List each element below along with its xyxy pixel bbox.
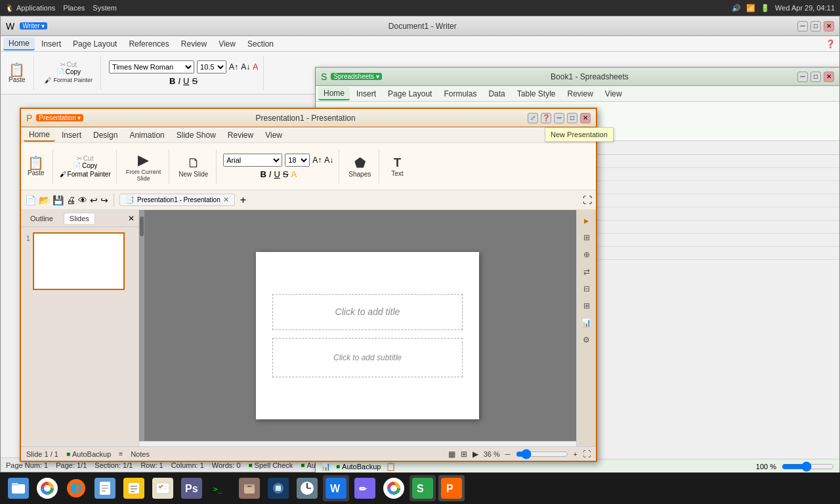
taskbar-firefox[interactable]	[63, 475, 89, 501]
slide-subtitle-box[interactable]: Click to add subtitle	[272, 338, 463, 377]
pres-bold-btn[interactable]: B	[260, 169, 266, 179]
ss-menu-review[interactable]: Review	[562, 88, 598, 100]
writer-paste-btn[interactable]: 📋 Paste	[6, 62, 28, 85]
slide-layout-icon[interactable]: ⊞	[579, 230, 595, 245]
underline-btn[interactable]: U	[183, 76, 189, 86]
applications-menu[interactable]: 🐧 Applications	[5, 4, 55, 12]
writer-menu-view[interactable]: View	[213, 38, 241, 50]
pres-shapes-btn[interactable]: ⬟ Shapes	[346, 154, 373, 179]
pres-italic-btn[interactable]: I	[269, 169, 272, 179]
slide-show-icon[interactable]: ▶	[472, 450, 478, 459]
pres-strikethrough-btn[interactable]: S	[283, 169, 289, 179]
pres-preview-btn[interactable]: 👁	[78, 195, 87, 205]
writer-help-icon[interactable]: ❓	[824, 38, 837, 50]
taskbar-photoshop[interactable]: Ps	[178, 475, 205, 501]
bold-btn[interactable]: B	[169, 76, 175, 86]
pres-open-btn[interactable]: 📂	[39, 195, 50, 205]
close-panel-btn[interactable]: ✕	[128, 214, 135, 223]
ss-zoom-slider[interactable]	[782, 463, 834, 471]
pres-underline-btn[interactable]: U	[274, 169, 280, 179]
ss-menu-view[interactable]: View	[600, 88, 627, 100]
slide-table-icon[interactable]: ⊞	[579, 298, 595, 314]
taskbar-spreadsheet-active[interactable]: S	[410, 475, 436, 501]
writer-font-size-select[interactable]: 10.5	[197, 60, 226, 74]
taskbar-chrome[interactable]	[34, 475, 60, 501]
slide-swap-icon[interactable]: ⇄	[579, 264, 595, 280]
writer-format-painter-btn[interactable]: 🖌 Format Painter	[42, 75, 96, 85]
pres-doc-close[interactable]: ✕	[223, 196, 229, 204]
pres-help-btn[interactable]: ❓	[541, 113, 551, 123]
writer-menu-insert[interactable]: Insert	[36, 38, 66, 50]
pres-save-toolbar-btn[interactable]: 💾	[52, 195, 64, 205]
pres-minimize-btn[interactable]: ─	[554, 113, 564, 123]
slide-insert-icon[interactable]: ⊕	[579, 247, 595, 262]
taskbar-virtualbox[interactable]	[265, 475, 291, 501]
ss-minimize-btn[interactable]: ─	[797, 72, 808, 82]
taskbar-writer-active[interactable]: W	[323, 475, 349, 501]
pres-undo-toolbar-btn[interactable]: ↩	[90, 195, 98, 205]
taskbar-tasks[interactable]	[150, 475, 176, 501]
writer-menu-references[interactable]: References	[123, 38, 174, 50]
font-color-icon[interactable]: A	[253, 62, 258, 72]
pres-zoom-minus[interactable]: ─	[505, 450, 511, 458]
pres-paste-btn[interactable]: 📋 Paste	[25, 155, 47, 178]
pres-font-size-select[interactable]: 18	[285, 154, 310, 167]
slide-duplicate-icon[interactable]: ⊟	[579, 281, 595, 297]
taskbar-terminal[interactable]: >_	[207, 475, 234, 501]
taskbar-documents[interactable]	[92, 475, 118, 501]
ss-menu-home[interactable]: Home	[318, 87, 350, 100]
slide-canvas[interactable]: Click to add title Click to add subtitle	[256, 252, 479, 419]
writer-menu-section[interactable]: Section	[242, 38, 279, 50]
writer-menu-review[interactable]: Review	[176, 38, 212, 50]
slide-grid-view-icon[interactable]: ⊞	[461, 450, 467, 459]
pres-fullscreen-status[interactable]: ⛶	[583, 450, 591, 459]
pres-menu-animation[interactable]: Animation	[124, 129, 169, 141]
taskbar-archive[interactable]	[236, 475, 262, 501]
new-pres-icon[interactable]: ▸	[579, 213, 595, 228]
pres-menu-review[interactable]: Review	[222, 129, 259, 141]
writer-font-select[interactable]: Times New Roman	[109, 60, 194, 74]
ss-menu-table-style[interactable]: Table Style	[512, 88, 561, 100]
taskbar-notes[interactable]	[121, 475, 147, 501]
slides-tab[interactable]: Slides	[64, 213, 95, 224]
pres-menu-home[interactable]: Home	[24, 129, 55, 142]
taskbar-penpot[interactable]: ✏	[352, 475, 378, 501]
writer-menu-home[interactable]: Home	[3, 37, 35, 51]
pres-menu-insert[interactable]: Insert	[56, 129, 87, 141]
system-menu[interactable]: System	[93, 4, 117, 12]
pres-zoom-plus[interactable]: +	[574, 450, 578, 458]
pres-restore-icon[interactable]: ⤢	[528, 113, 538, 123]
pres-menu-slide-show[interactable]: Slide Show	[171, 129, 221, 141]
pres-font-select[interactable]: Arial	[223, 154, 282, 167]
ss-close-btn[interactable]: ✕	[824, 72, 834, 82]
places-menu[interactable]: Places	[63, 4, 85, 12]
writer-menu-page-layout[interactable]: Page Layout	[68, 38, 122, 50]
italic-btn[interactable]: I	[178, 76, 180, 86]
taskbar-presentation-active[interactable]: P	[438, 475, 465, 501]
increase-font-icon[interactable]: A↑	[229, 62, 238, 72]
ss-menu-insert[interactable]: Insert	[351, 88, 381, 100]
decrease-font-icon[interactable]: A↓	[241, 62, 250, 72]
ss-maximize-btn[interactable]: □	[810, 72, 821, 82]
normal-view-icon[interactable]: ▦	[448, 450, 455, 459]
writer-maximize-btn[interactable]: □	[810, 21, 821, 32]
pres-redo-toolbar-btn[interactable]: ↪	[100, 195, 108, 205]
taskbar-clock[interactable]	[294, 475, 320, 501]
outline-tab[interactable]: Outline	[25, 213, 58, 224]
pres-doc-tab[interactable]: 📑 Presentation1 - Presentation ✕	[119, 194, 235, 206]
pres-close-btn[interactable]: ✕	[580, 113, 591, 123]
pres-fullscreen-btn[interactable]: ⛶	[583, 195, 592, 205]
strikethrough-btn[interactable]: S	[192, 76, 198, 86]
pres-text-btn[interactable]: T Text	[388, 155, 406, 178]
pres-inc-font[interactable]: A↑	[312, 156, 322, 165]
slide-title-box[interactable]: Click to add title	[272, 294, 463, 330]
writer-close-btn[interactable]: ✕	[824, 21, 834, 32]
ss-menu-data[interactable]: Data	[483, 88, 510, 100]
slide-thumbnail-1[interactable]	[33, 232, 125, 290]
pres-add-tab-btn[interactable]: +	[240, 194, 246, 206]
ss-menu-page-layout[interactable]: Page Layout	[383, 88, 437, 100]
pres-menu-design[interactable]: Design	[88, 129, 123, 141]
pres-new-btn[interactable]: 📄	[25, 195, 36, 205]
taskbar-file-manager[interactable]	[5, 475, 32, 501]
pres-zoom-slider[interactable]	[516, 450, 568, 458]
